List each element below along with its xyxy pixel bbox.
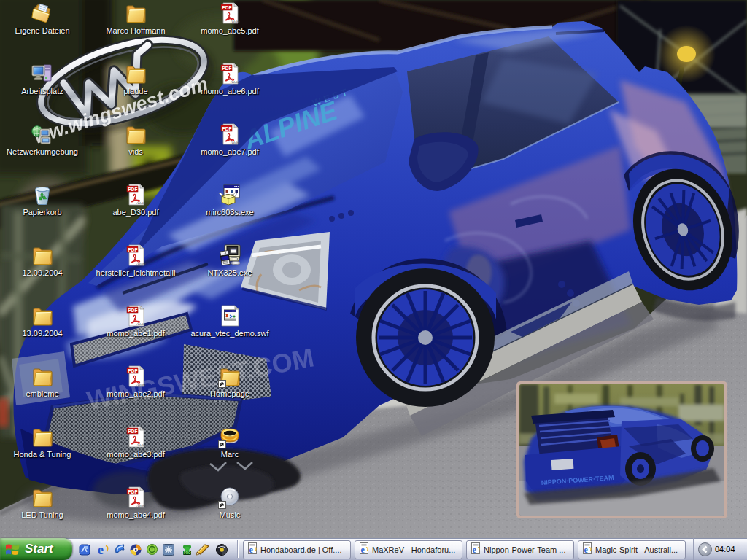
svg-text:Adobe: Adobe <box>136 383 147 386</box>
svg-text:Adobe: Adobe <box>230 20 241 23</box>
svg-text:PDF: PDF <box>222 66 232 71</box>
svg-text:Adobe: Adobe <box>230 141 241 144</box>
svg-text:PDF: PDF <box>222 5 232 10</box>
svg-text:e: e <box>361 545 365 555</box>
svg-text:Adobe: Adobe <box>136 262 147 265</box>
svg-text:PDF: PDF <box>128 187 138 192</box>
svg-text:e: e <box>98 543 104 556</box>
svg-text:Adobe: Adobe <box>136 201 147 205</box>
svg-text:PDF: PDF <box>128 368 138 373</box>
svg-text:e: e <box>473 545 477 555</box>
svg-text:Adobe: Adobe <box>136 443 147 447</box>
svg-text:PDF: PDF <box>128 247 138 252</box>
svg-text:PDF: PDF <box>128 489 138 494</box>
svg-text:PRO: PRO <box>184 551 191 555</box>
svg-text:e: e <box>584 545 589 555</box>
svg-text:PDF: PDF <box>222 126 232 131</box>
svg-text:Adobe: Adobe <box>230 80 241 84</box>
svg-text:Adobe: Adobe <box>136 322 147 326</box>
svg-text:PDF: PDF <box>128 308 138 313</box>
svg-text:PDF: PDF <box>128 429 138 434</box>
svg-text:e: e <box>249 545 254 555</box>
svg-text:Adobe: Adobe <box>136 504 147 508</box>
